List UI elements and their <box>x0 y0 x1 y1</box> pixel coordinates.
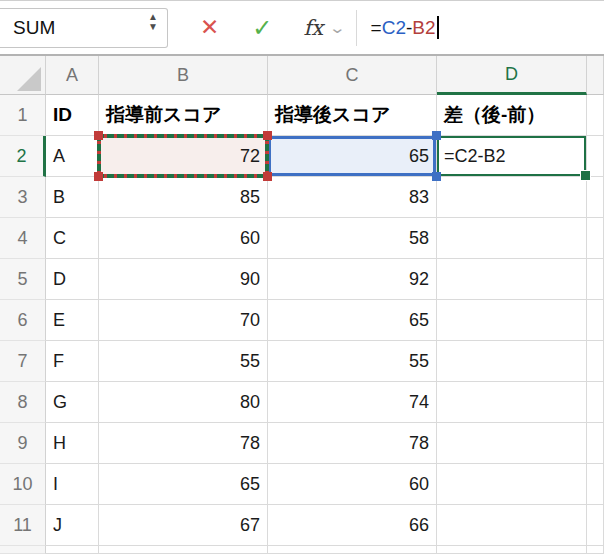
cell-b1[interactable]: 指導前スコア <box>99 95 268 136</box>
cell-e8[interactable] <box>587 382 604 423</box>
cell-c5[interactable]: 92 <box>268 259 437 300</box>
cell-d3[interactable] <box>437 177 587 218</box>
cell-e11[interactable] <box>587 505 604 546</box>
cell-a11[interactable]: J <box>46 505 99 546</box>
row-header-partial[interactable] <box>0 546 46 554</box>
cell-b4[interactable]: 60 <box>99 218 268 259</box>
cell-c3[interactable]: 83 <box>268 177 437 218</box>
formula-bar: SUM ▲ ▼ ✕ ✓ fx ⌄ = C2 - B2 <box>0 0 604 56</box>
cell-b2-referenced[interactable]: 72 <box>99 136 268 177</box>
row-header-8[interactable]: 8 <box>0 382 46 423</box>
cell-a10[interactable]: I <box>46 464 99 505</box>
cell-c2-referenced[interactable]: 65 <box>268 136 437 177</box>
name-box-value: SUM <box>13 17 55 39</box>
cell-d1[interactable]: 差（後-前） <box>437 95 587 136</box>
cell-a1[interactable]: ID <box>46 95 99 136</box>
name-box-spinner[interactable]: ▲ ▼ <box>148 12 158 33</box>
cell-d5[interactable] <box>437 259 587 300</box>
cell-c10[interactable]: 60 <box>268 464 437 505</box>
cell-c9[interactable]: 78 <box>268 423 437 464</box>
cell-a4[interactable]: C <box>46 218 99 259</box>
row-header-3[interactable]: 3 <box>0 177 46 218</box>
blue-handle-bottom-right[interactable] <box>432 172 441 181</box>
chevron-down-icon[interactable]: ⌄ <box>329 19 347 37</box>
cell-c4[interactable]: 58 <box>268 218 437 259</box>
cell-d11[interactable] <box>437 505 587 546</box>
column-header-c[interactable]: C <box>268 56 437 95</box>
cell-a5[interactable]: D <box>46 259 99 300</box>
fill-handle[interactable] <box>580 170 591 181</box>
column-header-b[interactable]: B <box>99 56 268 95</box>
spinner-down-icon[interactable]: ▼ <box>148 22 158 33</box>
row-header-9[interactable]: 9 <box>0 423 46 464</box>
confirm-icon[interactable]: ✓ <box>252 14 272 42</box>
blue-handle-top-right[interactable] <box>432 131 441 140</box>
cell-e12-partial[interactable] <box>587 546 604 554</box>
red-handle-bottom-right[interactable] <box>263 172 272 181</box>
cell-a12-partial[interactable] <box>46 546 99 554</box>
insert-function-icon[interactable]: fx <box>303 16 323 40</box>
cell-e3[interactable] <box>587 177 604 218</box>
marching-ants-bottom <box>97 174 269 178</box>
cell-a7[interactable]: F <box>46 341 99 382</box>
cell-a3[interactable]: B <box>46 177 99 218</box>
cell-e6[interactable] <box>587 300 604 341</box>
formula-input[interactable]: = C2 - B2 <box>371 16 439 39</box>
cell-b11[interactable]: 67 <box>99 505 268 546</box>
row-header-1[interactable]: 1 <box>0 95 46 136</box>
cell-d10[interactable] <box>437 464 587 505</box>
cell-a8[interactable]: G <box>46 382 99 423</box>
cell-c7[interactable]: 55 <box>268 341 437 382</box>
cell-b9[interactable]: 78 <box>99 423 268 464</box>
red-handle-top-right[interactable] <box>263 131 272 140</box>
row-header-7[interactable]: 7 <box>0 341 46 382</box>
marching-ants-top <box>97 134 269 138</box>
cell-a9[interactable]: H <box>46 423 99 464</box>
cell-d8[interactable] <box>437 382 587 423</box>
cell-b8[interactable]: 80 <box>99 382 268 423</box>
cell-b3[interactable]: 85 <box>99 177 268 218</box>
cell-e5[interactable] <box>587 259 604 300</box>
select-all-corner[interactable] <box>0 56 46 95</box>
column-header-a[interactable]: A <box>46 56 99 95</box>
cell-d9[interactable] <box>437 423 587 464</box>
cell-c12-partial[interactable] <box>268 546 437 554</box>
row-header-5[interactable]: 5 <box>0 259 46 300</box>
cancel-icon[interactable]: ✕ <box>200 14 219 41</box>
row-header-4[interactable]: 4 <box>0 218 46 259</box>
name-box[interactable]: SUM ▲ ▼ <box>0 8 168 48</box>
cell-e1[interactable] <box>587 95 604 136</box>
cell-e4[interactable] <box>587 218 604 259</box>
formula-bar-divider <box>356 10 357 46</box>
cell-b6[interactable]: 70 <box>99 300 268 341</box>
red-handle-top-left[interactable] <box>94 131 103 140</box>
formula-part-ref-b2: B2 <box>412 17 435 39</box>
red-handle-bottom-left[interactable] <box>94 172 103 181</box>
cell-b10[interactable]: 65 <box>99 464 268 505</box>
cell-d2-formula: =C2-B2 <box>444 146 506 167</box>
row-header-10[interactable]: 10 <box>0 464 46 505</box>
cell-a6[interactable]: E <box>46 300 99 341</box>
cell-b12-partial[interactable] <box>99 546 268 554</box>
cell-e10[interactable] <box>587 464 604 505</box>
row-header-2[interactable]: 2 <box>0 136 46 177</box>
cell-a2[interactable]: A <box>46 136 99 177</box>
cell-c1[interactable]: 指導後スコア <box>268 95 437 136</box>
cell-d12-partial[interactable] <box>437 546 587 554</box>
cell-c11[interactable]: 66 <box>268 505 437 546</box>
cell-e7[interactable] <box>587 341 604 382</box>
cell-c6[interactable]: 65 <box>268 300 437 341</box>
column-header-d[interactable]: D <box>437 56 587 95</box>
cell-d7[interactable] <box>437 341 587 382</box>
cell-c8[interactable]: 74 <box>268 382 437 423</box>
cell-d2-active[interactable]: =C2-B2 <box>437 136 587 177</box>
row-header-11[interactable]: 11 <box>0 505 46 546</box>
cell-d6[interactable] <box>437 300 587 341</box>
cell-d4[interactable] <box>437 218 587 259</box>
row-header-6[interactable]: 6 <box>0 300 46 341</box>
cell-e9[interactable] <box>587 423 604 464</box>
spreadsheet-grid: A B C D 1 ID 指導前スコア 指導後スコア 差（後-前） 2 A 72… <box>0 56 604 554</box>
cell-b7[interactable]: 55 <box>99 341 268 382</box>
cell-b5[interactable]: 90 <box>99 259 268 300</box>
column-header-partial[interactable] <box>587 56 604 95</box>
